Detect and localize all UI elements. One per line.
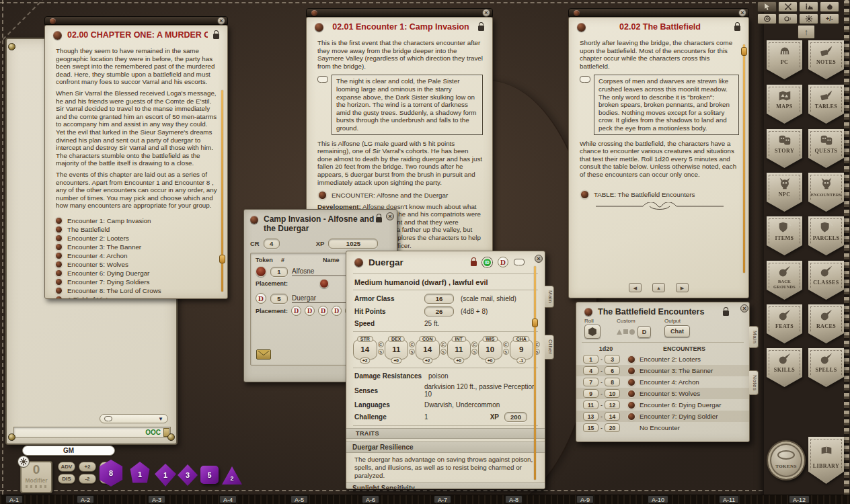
moon-phase-button[interactable] <box>778 13 798 24</box>
story-link[interactable]: Encounter 8: The Lord of Crows <box>56 286 218 295</box>
nav-up-button[interactable]: ▲ <box>652 283 665 292</box>
story-link[interactable]: A Field of Victory <box>56 295 218 299</box>
dis-button[interactable]: DIS <box>58 474 75 484</box>
ability-con[interactable]: 14 CON +2 CS <box>416 339 440 360</box>
close-icon[interactable]: × <box>386 212 394 220</box>
link-bullet-icon[interactable] <box>56 261 62 267</box>
story-link[interactable]: Encounter 4: Archon <box>56 251 218 260</box>
check-roll-button[interactable]: C <box>378 341 384 347</box>
table-row[interactable]: 11-12 Encounter 6: Dying Duergar <box>576 399 749 411</box>
table-row[interactable]: 1-3 Encounter 2: Looters <box>576 353 749 365</box>
story-icon[interactable] <box>315 23 323 32</box>
table-link[interactable]: Encounter 7: Dying Soldier <box>640 413 718 420</box>
ac-value[interactable]: 16 <box>424 294 454 304</box>
link-bullet-icon[interactable] <box>56 226 62 233</box>
npc-icon[interactable] <box>354 258 363 267</box>
ability-wis[interactable]: 10 WIS +0 CS <box>478 339 502 360</box>
story-link[interactable]: Encounter 6: Dying Duergar <box>56 269 218 278</box>
ooc-badge[interactable]: OOC <box>145 429 163 436</box>
lock-icon[interactable] <box>376 217 382 222</box>
story-link[interactable]: Encounter 3: The Banner <box>56 243 218 251</box>
tab-main[interactable]: Main <box>749 326 759 348</box>
lock-icon[interactable] <box>478 26 484 31</box>
alfosne-placement-token[interactable] <box>319 279 329 288</box>
check-roll-button[interactable]: C <box>503 341 509 347</box>
npc-token-icon[interactable]: D <box>498 257 508 267</box>
scrollbar[interactable] <box>534 266 536 480</box>
link-bullet-icon[interactable] <box>56 296 62 299</box>
npc-count[interactable]: 5 <box>270 294 288 304</box>
close-icon[interactable]: × <box>217 17 225 25</box>
plus2-button[interactable]: +2 <box>79 462 96 472</box>
lock-icon[interactable] <box>471 261 477 266</box>
pouch-button[interactable] <box>820 1 839 12</box>
ability-str[interactable]: 14 STR +2 CS <box>353 339 377 360</box>
link-bullet-icon[interactable] <box>56 288 62 294</box>
sidebar-button-races[interactable]: Races <box>808 304 844 343</box>
link-bullet-icon[interactable] <box>628 368 635 374</box>
chat-mode-dropdown[interactable]: ▼ <box>100 414 168 423</box>
chat-input[interactable]: OOC <box>13 427 171 438</box>
story-icon[interactable] <box>577 23 586 32</box>
table-icon[interactable] <box>584 308 592 316</box>
encounter-link[interactable]: ENCOUNTER: Alfosne and the Duergar <box>319 192 483 200</box>
tab-main[interactable]: Main <box>545 286 554 308</box>
table-row[interactable]: 15-20 No Encounter <box>576 422 749 433</box>
table-link[interactable]: Encounter 3: The Banner <box>640 367 713 374</box>
sidebar-button-encounters[interactable]: Encounters <box>808 173 844 212</box>
story-link[interactable]: The Battlefield <box>56 225 218 234</box>
sidebar-button-notes[interactable]: Notes <box>808 40 844 79</box>
hp-value[interactable]: 26 <box>424 306 454 317</box>
window-titlebar[interactable]: × <box>44 16 228 25</box>
duergar-token-icon[interactable]: D <box>256 293 266 304</box>
xp-value[interactable]: 1025 <box>328 239 378 249</box>
story-link[interactable]: Encounter 1: Camp Invasion <box>56 216 218 225</box>
gear-icon[interactable] <box>17 456 30 468</box>
speech-bubble-icon[interactable] <box>514 259 525 265</box>
link-bullet-icon[interactable] <box>628 413 635 420</box>
tab-notes[interactable]: Notes <box>749 370 759 395</box>
story-link[interactable]: Encounter 5: Wolves <box>56 260 218 269</box>
close-icon[interactable]: × <box>482 9 490 17</box>
story-link[interactable]: Encounter 7: Dying Soldiers <box>56 278 218 286</box>
scrollbar-grip[interactable] <box>219 255 225 263</box>
duergar-placement-token[interactable]: D <box>305 306 315 316</box>
save-roll-button[interactable]: S <box>503 349 509 355</box>
sidebar-button-skills[interactable]: Skills <box>767 348 802 387</box>
table-row[interactable]: 7-8 Encounter 4: Archon <box>576 376 749 388</box>
sidebar-button-quests[interactable]: Quests <box>808 129 844 168</box>
nav-next-button[interactable]: ▶ <box>676 283 689 292</box>
scrollbar-grip[interactable] <box>741 47 747 56</box>
info-terrain-button[interactable] <box>799 1 818 12</box>
roll-dice-button[interactable] <box>584 325 601 339</box>
table-link[interactable]: Encounter 5: Wolves <box>640 390 700 397</box>
table-link[interactable]: Encounter 4: Archon <box>640 378 699 386</box>
duergar-placement-token[interactable]: D <box>332 306 342 316</box>
duergar-placement-token[interactable]: D <box>318 306 328 316</box>
lock-icon[interactable] <box>734 26 740 31</box>
sun-settings-button[interactable] <box>799 13 818 24</box>
sidebar-button-parcels[interactable]: Parcels <box>808 216 844 255</box>
sidebar-button-maps[interactable]: Maps <box>767 85 802 124</box>
link-bullet-icon[interactable] <box>628 379 635 386</box>
link-bullet-icon[interactable] <box>56 218 62 224</box>
d4-die[interactable]: 2 <box>222 466 242 485</box>
modifier-toggle-button[interactable]: +/- <box>820 13 839 24</box>
id-visibility-button[interactable]: ID <box>482 257 492 267</box>
ability-int[interactable]: 11 INT +0 CS <box>447 339 471 360</box>
sidebar-button-pc[interactable]: PC <box>767 40 802 79</box>
save-roll-button[interactable]: S <box>409 349 415 355</box>
tab-other[interactable]: Other <box>545 335 554 360</box>
window-titlebar[interactable]: × <box>568 8 749 17</box>
d6-die[interactable]: 5 <box>200 466 219 484</box>
table-row[interactable]: 13-14 Encounter 7: Dying Soldier <box>576 411 749 422</box>
d10-die[interactable]: 1 <box>155 464 176 487</box>
table-link[interactable]: Encounter 6: Dying Duergar <box>640 401 721 409</box>
table-link[interactable]: Encounter 2: Looters <box>640 355 701 363</box>
d8-die[interactable]: 3 <box>178 464 198 486</box>
cr-value[interactable]: 4 <box>264 239 280 249</box>
table-row[interactable]: 9-10 Encounter 5: Wolves <box>576 388 749 399</box>
lock-icon[interactable] <box>723 310 729 316</box>
scrollbar[interactable] <box>743 44 745 273</box>
window-knob[interactable] <box>50 18 56 24</box>
